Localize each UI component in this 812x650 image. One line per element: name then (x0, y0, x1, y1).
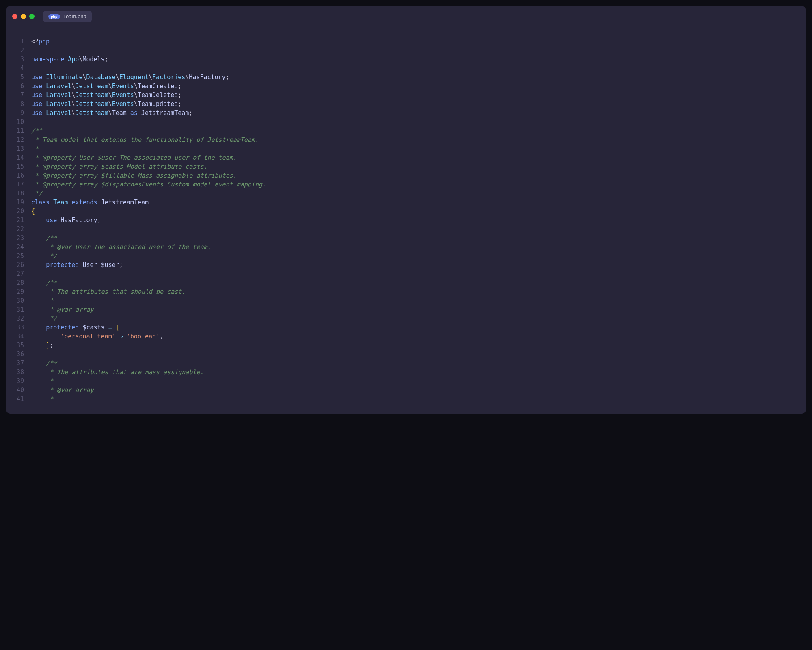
code-line (31, 46, 806, 55)
line-number: 19 (6, 198, 24, 207)
code-line: 'personal_team' ⇒ 'boolean', (31, 332, 806, 341)
line-number: 8 (6, 100, 24, 108)
line-number: 31 (6, 305, 24, 314)
line-number: 29 (6, 287, 24, 296)
line-number: 28 (6, 278, 24, 287)
code-line: namespace App\Models; (31, 55, 806, 64)
code-line (31, 225, 806, 234)
line-number: 40 (6, 386, 24, 394)
line-number: 15 (6, 162, 24, 171)
line-number: 11 (6, 126, 24, 135)
line-number: 17 (6, 180, 24, 189)
line-number: 32 (6, 314, 24, 323)
line-number: 3 (6, 55, 24, 64)
code-line: * Team model that extends the functional… (31, 135, 806, 144)
code-line: * The attributes that should be cast. (31, 287, 806, 296)
code-line: ]; (31, 341, 806, 350)
code-area: 1234567891011121314151617181920212223242… (6, 27, 806, 414)
code-line (31, 269, 806, 278)
code-line (31, 350, 806, 359)
line-number: 27 (6, 269, 24, 278)
line-number: 35 (6, 341, 24, 350)
line-number: 38 (6, 368, 24, 377)
code-line: use Laravel\Jetstream\Events\TeamUpdated… (31, 100, 806, 108)
code-line: */ (31, 314, 806, 323)
line-number: 33 (6, 323, 24, 332)
code-line: * @var User The associated user of the t… (31, 243, 806, 251)
traffic-lights (12, 14, 35, 19)
code-line: */ (31, 189, 806, 198)
line-number: 34 (6, 332, 24, 341)
code-line: use HasFactory; (31, 216, 806, 225)
code-line: */ (31, 251, 806, 260)
code-line: use Laravel\Jetstream\Team as JetstreamT… (31, 108, 806, 117)
code-line: * (31, 377, 806, 386)
code-line: * The attributes that are mass assignabl… (31, 368, 806, 377)
line-number: 5 (6, 73, 24, 82)
line-number: 12 (6, 135, 24, 144)
code-line: use Laravel\Jetstream\Events\TeamDeleted… (31, 91, 806, 100)
code-line: /** (31, 234, 806, 243)
code-line: * @property array $dispatchesEvents Cust… (31, 180, 806, 189)
code-line: * @property array $fillable Mass assigna… (31, 171, 806, 180)
maximize-icon[interactable] (29, 14, 35, 19)
line-number: 16 (6, 171, 24, 180)
code-line (31, 117, 806, 126)
line-number: 25 (6, 251, 24, 260)
line-number: 36 (6, 350, 24, 359)
line-number: 24 (6, 243, 24, 251)
code-line: * (31, 394, 806, 403)
file-tab[interactable]: php Team.php (43, 11, 92, 22)
line-number: 23 (6, 234, 24, 243)
line-number: 26 (6, 260, 24, 269)
line-number: 37 (6, 359, 24, 368)
line-number: 9 (6, 108, 24, 117)
editor-window: php Team.php 123456789101112131415161718… (6, 6, 806, 414)
line-number: 39 (6, 377, 24, 386)
code-line: { (31, 207, 806, 216)
line-number: 20 (6, 207, 24, 216)
code-line: /** (31, 278, 806, 287)
line-number-gutter: 1234567891011121314151617181920212223242… (6, 37, 31, 403)
code-line (31, 64, 806, 73)
code-line: class Team extends JetstreamTeam (31, 198, 806, 207)
code-content[interactable]: <?php namespace App\Models; use Illumina… (31, 37, 806, 403)
code-line: /** (31, 359, 806, 368)
code-line: * @var array (31, 386, 806, 394)
line-number: 13 (6, 144, 24, 153)
code-line: * (31, 296, 806, 305)
line-number: 18 (6, 189, 24, 198)
code-line: * (31, 144, 806, 153)
line-number: 41 (6, 394, 24, 403)
line-number: 1 (6, 37, 24, 46)
code-line: <?php (31, 37, 806, 46)
minimize-icon[interactable] (21, 14, 26, 19)
line-number: 21 (6, 216, 24, 225)
titlebar: php Team.php (6, 6, 806, 27)
code-line: use Illuminate\Database\Eloquent\Factori… (31, 73, 806, 82)
line-number: 6 (6, 82, 24, 91)
code-line: protected $casts = [ (31, 323, 806, 332)
tab-filename: Team.php (63, 13, 86, 20)
line-number: 30 (6, 296, 24, 305)
code-line: * @property array $casts Model attribute… (31, 162, 806, 171)
code-line: * @var array (31, 305, 806, 314)
close-icon[interactable] (12, 14, 17, 19)
code-line: /** (31, 126, 806, 135)
line-number: 14 (6, 153, 24, 162)
line-number: 10 (6, 117, 24, 126)
line-number: 4 (6, 64, 24, 73)
code-line: protected User $user; (31, 260, 806, 269)
line-number: 22 (6, 225, 24, 234)
code-line: use Laravel\Jetstream\Events\TeamCreated… (31, 82, 806, 91)
code-line: * @property User $user The associated us… (31, 153, 806, 162)
line-number: 7 (6, 91, 24, 100)
php-file-icon: php (48, 14, 60, 19)
line-number: 2 (6, 46, 24, 55)
